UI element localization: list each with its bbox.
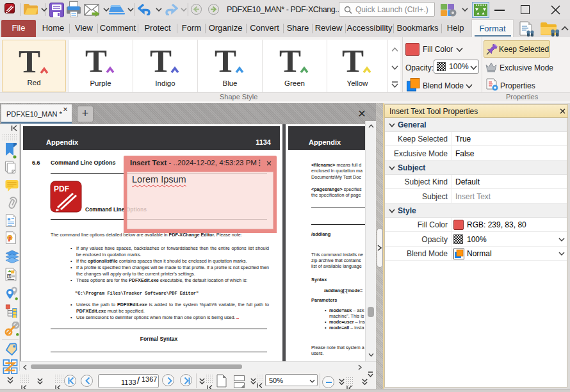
svg-text:PDF: PDF [54,184,69,193]
